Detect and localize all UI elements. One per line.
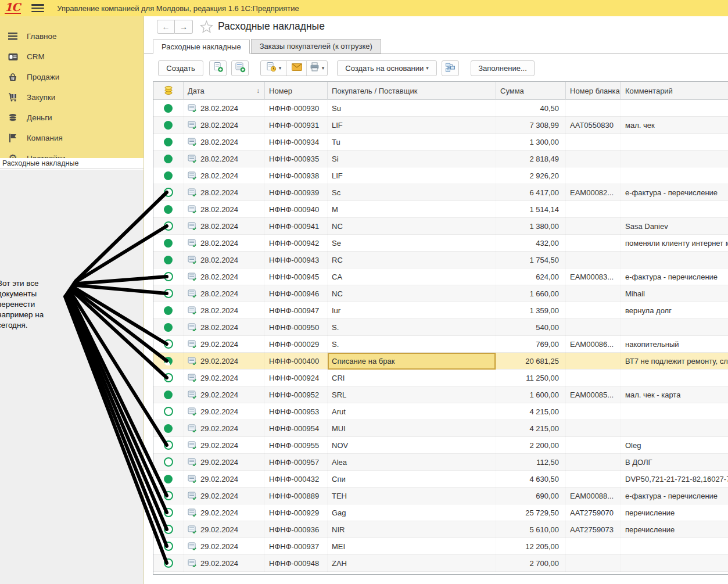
sum-cell: 1 514,14 [496,201,566,218]
table-row[interactable]: 28.02.2024НФНФ-000943RC1 754,50 [153,252,728,268]
table-row[interactable]: 29.02.2024НФНФ-000948ZAHɜ2 700,00 [153,555,728,572]
table-row[interactable]: 29.02.2024НФНФ-000957Alea112,50В ДОЛГ [153,454,728,471]
table-row[interactable]: 28.02.2024НФНФ-000945CA624,00EAM00083...… [153,268,728,285]
table-body: 28.02.2024НФНФ-000930Su40,5028.02.2024НФ… [153,100,728,572]
table-row[interactable]: 28.02.2024НФНФ-000935Si2 818,49 [153,151,728,167]
table-row[interactable]: 28.02.2024НФНФ-000946NC1 660,00Mihail [153,285,728,302]
posted-status-icon [164,188,173,197]
number-cell: НФНФ-000940 [265,201,328,218]
document-icon [188,390,197,399]
posted-status-icon [164,525,173,534]
document-plus-icon [213,62,224,74]
table-row[interactable]: 28.02.2024НФНФ-000950S.540,00 [153,319,728,336]
table-row[interactable]: 28.02.2024НФНФ-000947Iur1 359,00вернула … [153,302,728,319]
posted-status-icon [164,357,173,366]
posted-status-icon [164,155,173,163]
table-row[interactable]: 29.02.2024НФНФ-000889TEH690,00EAM00088..… [153,488,728,504]
date-cell: 29.02.2024 [184,555,265,572]
sidebar-item-zakupki[interactable]: Закупки [0,87,144,108]
status-cell [153,370,184,386]
related-documents-button[interactable] [442,60,459,76]
date-cell: 28.02.2024 [184,151,265,167]
blank-number-cell: EAM00088... [566,488,621,504]
send-email-button[interactable] [286,61,306,76]
table-row[interactable]: 29.02.2024НФНФ-000954MUI4 215,00 [153,420,728,437]
sum-cell: 624,00 [496,268,566,285]
sidebar-item-glavnoe[interactable]: Главное [0,26,144,46]
table-row[interactable]: 28.02.2024НФНФ-000940M1 514,14 [153,201,728,218]
table-row[interactable]: 29.02.2024НФНФ-000400Списание на брак20 … [153,353,728,370]
sidebar-item-prodazhi[interactable]: Продажи [0,67,144,87]
comment-cell [621,319,728,336]
table-row[interactable]: 29.02.2024НФНФ-000924CRI11 250,00 [153,370,728,386]
postpone-document-button[interactable]: ▾ [261,61,286,76]
handwritten-annotation: Вот эти все документы перенести например… [0,278,61,331]
table-row[interactable]: 29.02.2024НФНФ-000955NOV2 200,00Oleg [153,437,728,454]
table-row[interactable]: 29.02.2024НФНФ-000937MEI12 205,00 [153,538,728,555]
number-cell: НФНФ-000941 [265,218,328,235]
table-row[interactable]: 29.02.2024НФНФ-000929Gag25 729,50AAT2759… [153,504,728,521]
status-cell [153,268,184,285]
status-cell [153,201,184,218]
table-row[interactable]: 29.02.2024НФНФ-000432Спи4 630,50DVP50,72… [153,471,728,488]
back-button[interactable]: ← [157,20,175,34]
document-clock-icon [266,62,277,74]
table-row[interactable]: 29.02.2024НФНФ-000953Arut4 215,00 [153,403,728,420]
table-row[interactable]: 28.02.2024НФНФ-000931LIF7 308,99AAT05508… [153,117,728,134]
open-window-item[interactable]: Расходные накладные [0,158,144,169]
table-row[interactable]: 28.02.2024НФНФ-000938LIF2 926,20 [153,167,728,184]
back-arrow-icon: ← [162,22,170,31]
sum-cell: 1 600,00 [496,386,566,403]
comment-cell [621,252,728,268]
tab-rashodnye-nakladnye[interactable]: Расходные накладные [153,40,250,54]
document-icon [188,492,197,500]
status-cell [153,403,184,420]
header-buyer[interactable]: Покупатель / Поставщик [328,82,496,100]
document-icon [188,121,197,129]
document-icon [188,205,197,213]
status-cell [153,167,184,184]
table-row[interactable]: 28.02.2024НФНФ-000934Tu1 300,00 [153,134,728,151]
table-row[interactable]: 28.02.2024НФНФ-000941NC1 380,00Sasa Dani… [153,218,728,235]
table-row[interactable]: 29.02.2024НФНФ-000936NIR5 610,00AAT27590… [153,521,728,538]
main-menu-icon[interactable] [31,4,44,12]
buyer-cell: ZAHɜ [328,555,496,572]
sum-cell: 540,00 [496,319,566,336]
header-posted-column[interactable] [153,82,184,100]
table-row[interactable]: 28.02.2024НФНФ-000930Su40,50 [153,100,728,117]
create-based-on-button[interactable]: Создать на основании ▾ [337,60,437,76]
posted-status-icon [164,239,173,248]
status-cell [153,134,184,151]
blank-number-cell [566,454,621,471]
document-icon [188,559,197,567]
table-row[interactable]: 28.02.2024НФНФ-000942Se432,00поменяли кл… [153,235,728,252]
comment-cell [621,403,728,420]
table-row[interactable]: 29.02.2024НФНФ-000952SRL1 600,00EAM00085… [153,386,728,403]
date-cell: 29.02.2024 [184,471,265,488]
header-sum[interactable]: Сумма [496,82,566,100]
status-cell [153,319,184,336]
comment-cell [621,555,728,572]
header-number[interactable]: Номер [265,82,328,100]
forward-button[interactable]: → [175,20,193,34]
header-blank-number[interactable]: Номер бланка [566,82,621,100]
print-button[interactable]: ▾ [306,61,327,76]
favorite-star-icon[interactable] [200,20,213,35]
sidebar-item-dengi[interactable]: Деньги [0,108,144,128]
sidebar-item-kompaniya[interactable]: Компания [0,128,144,148]
copy-document-button[interactable] [209,60,227,76]
document-icon [188,104,197,112]
create-button[interactable]: Создать [158,60,203,76]
tab-zakazy-pokupateley[interactable]: Заказы покупателей (к отгрузке) [251,39,381,53]
table-row[interactable]: 28.02.2024НФНФ-000939Sc6 417,00EAM00082.… [153,184,728,201]
document-icon [188,273,197,281]
posted-status-icon [164,542,173,551]
header-comment[interactable]: Комментарий [621,82,728,100]
header-date[interactable]: Дата ↓ [184,82,265,100]
create-group-button[interactable] [231,60,249,76]
sidebar-item-crm[interactable]: CRM [0,46,144,67]
date-cell: 28.02.2024 [184,302,265,319]
fill-button[interactable]: Заполнение... [471,60,535,76]
table-row[interactable]: 29.02.2024НФНФ-000029S.769,00EAM00086...… [153,336,728,353]
dropdown-caret-icon: ▾ [322,65,325,71]
